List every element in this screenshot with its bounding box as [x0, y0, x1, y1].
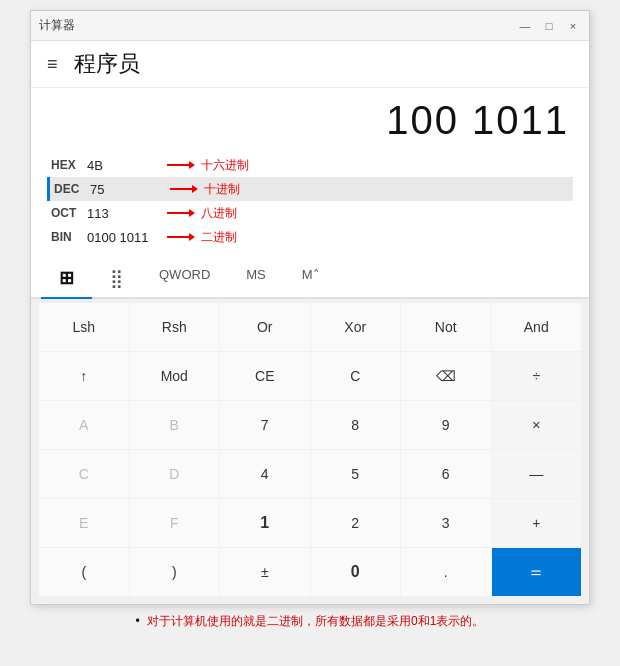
svg-marker-3 [192, 185, 198, 193]
zero-button[interactable]: 0 [311, 548, 401, 596]
title-bar: 计算器 — □ × [31, 11, 589, 41]
add-button[interactable]: + [492, 499, 582, 547]
button-grid: Lsh Rsh Or Xor Not And ↑ Mod CE C ⌫ ÷ A … [31, 299, 589, 604]
three-button[interactable]: 3 [401, 499, 491, 547]
oct-row[interactable]: OCT 113 八进制 [51, 201, 569, 225]
calculator-window: 计算器 — □ × ≡ 程序员 100 1011 HEX 4B 十六进制 [30, 10, 590, 605]
multiply-button[interactable]: × [492, 401, 582, 449]
menu-icon[interactable]: ≡ [47, 54, 58, 75]
five-button[interactable]: 5 [311, 450, 401, 498]
dec-row[interactable]: DEC 75 十进制 [47, 177, 573, 201]
b-button[interactable]: B [130, 401, 220, 449]
xor-button[interactable]: Xor [311, 303, 401, 351]
or-button[interactable]: Or [220, 303, 310, 351]
d-button[interactable]: D [130, 450, 220, 498]
footer-note: • 对于计算机使用的就是二进制，所有数据都是采用0和1表示的。 [120, 605, 501, 638]
tab-ms[interactable]: MS [228, 259, 284, 297]
shift-button[interactable]: ↑ [39, 352, 129, 400]
bin-value: 0100 1011 [87, 230, 167, 245]
arrow-right-icon [167, 159, 195, 171]
bitfield-icon: ⣿ [110, 268, 123, 288]
keypad-icon: ⊞ [59, 268, 74, 288]
c-button[interactable]: C [311, 352, 401, 400]
hex-value: 4B [87, 158, 167, 173]
nine-button[interactable]: 9 [401, 401, 491, 449]
bin-annotation: 二进制 [167, 229, 237, 246]
m-label: M˄ [302, 267, 320, 282]
close-button[interactable]: × [565, 18, 581, 34]
main-display: 100 1011 [51, 98, 569, 143]
seven-button[interactable]: 7 [220, 401, 310, 449]
display-area: 100 1011 [31, 88, 589, 149]
base-rows-container: HEX 4B 十六进制 DEC 75 十进制 [31, 149, 589, 253]
svg-marker-7 [189, 233, 195, 241]
subtract-button[interactable]: — [492, 450, 582, 498]
window-controls: — □ × [517, 18, 581, 34]
rsh-button[interactable]: Rsh [130, 303, 220, 351]
app-header: ≡ 程序员 [31, 41, 589, 88]
e-button[interactable]: E [39, 499, 129, 547]
six-button[interactable]: 6 [401, 450, 491, 498]
lparen-button[interactable]: ( [39, 548, 129, 596]
four-button[interactable]: 4 [220, 450, 310, 498]
equals-button[interactable]: ＝ [492, 548, 582, 596]
window-title: 计算器 [39, 17, 75, 34]
hex-annotation: 十六进制 [167, 157, 249, 174]
negate-button[interactable]: ± [220, 548, 310, 596]
bin-row[interactable]: BIN 0100 1011 二进制 [51, 225, 569, 249]
tab-m[interactable]: M˄ [284, 259, 338, 297]
footer-text: 对于计算机使用的就是二进制，所有数据都是采用0和1表示的。 [147, 614, 484, 628]
oct-annotation: 八进制 [167, 205, 237, 222]
a-button[interactable]: A [39, 401, 129, 449]
qword-label: QWORD [159, 267, 210, 282]
hex-row[interactable]: HEX 4B 十六进制 [51, 153, 569, 177]
bullet-icon: • [136, 614, 140, 628]
dec-value: 75 [90, 182, 170, 197]
app-title: 程序员 [74, 49, 140, 79]
maximize-button[interactable]: □ [541, 18, 557, 34]
divide-button[interactable]: ÷ [492, 352, 582, 400]
tab-qword[interactable]: QWORD [141, 259, 228, 297]
svg-marker-5 [189, 209, 195, 217]
dec-annotation: 十进制 [170, 181, 240, 198]
tab-bitfield[interactable]: ⣿ [92, 259, 141, 297]
tab-keypad[interactable]: ⊞ [41, 259, 92, 297]
and-button[interactable]: And [492, 303, 582, 351]
chex-button[interactable]: C [39, 450, 129, 498]
minimize-button[interactable]: — [517, 18, 533, 34]
svg-marker-1 [189, 161, 195, 169]
oct-value: 113 [87, 206, 167, 221]
arrow-right-icon [170, 183, 198, 195]
f-button[interactable]: F [130, 499, 220, 547]
mod-button[interactable]: Mod [130, 352, 220, 400]
bin-label: BIN [51, 230, 87, 244]
dot-button[interactable]: . [401, 548, 491, 596]
ms-label: MS [246, 267, 266, 282]
oct-label: OCT [51, 206, 87, 220]
two-button[interactable]: 2 [311, 499, 401, 547]
dec-label: DEC [54, 182, 90, 196]
hex-label: HEX [51, 158, 87, 172]
not-button[interactable]: Not [401, 303, 491, 351]
one-button[interactable]: 1 [220, 499, 310, 547]
lsh-button[interactable]: Lsh [39, 303, 129, 351]
rparen-button[interactable]: ) [130, 548, 220, 596]
arrow-right-icon [167, 231, 195, 243]
backspace-button[interactable]: ⌫ [401, 352, 491, 400]
tabs-bar: ⊞ ⣿ QWORD MS M˄ [31, 259, 589, 299]
arrow-right-icon [167, 207, 195, 219]
eight-button[interactable]: 8 [311, 401, 401, 449]
ce-button[interactable]: CE [220, 352, 310, 400]
